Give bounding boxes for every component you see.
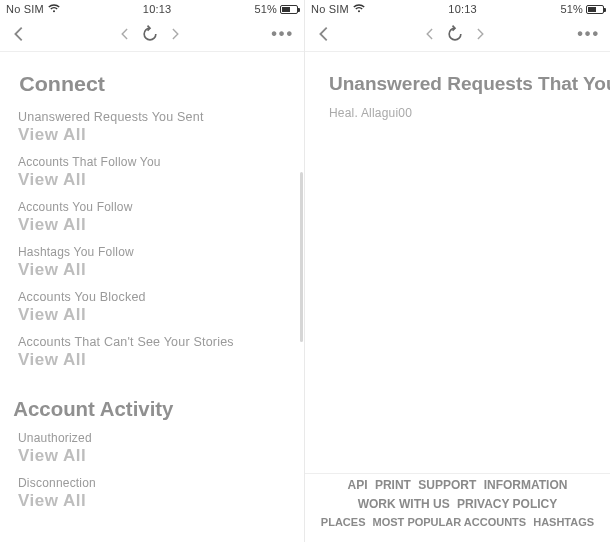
status-bar: No SIM 10:13 51% (0, 0, 304, 18)
view-all-link[interactable]: View All (18, 260, 290, 280)
footer-link[interactable]: API (348, 478, 368, 492)
more-icon[interactable]: ••• (271, 25, 294, 43)
reload-icon[interactable] (140, 24, 160, 44)
footer-link[interactable]: PLACES (321, 516, 366, 528)
view-all-link[interactable]: View All (18, 446, 290, 466)
list-item[interactable]: Disconnection View All (18, 476, 290, 511)
wifi-icon (353, 3, 365, 15)
footer-link[interactable]: MOST POPULAR ACCOUNTS (373, 516, 527, 528)
carrier-label: No SIM (311, 3, 349, 15)
row-label: Unauthorized (18, 431, 290, 445)
back-icon[interactable] (423, 27, 437, 41)
view-all-link[interactable]: View All (18, 170, 290, 190)
section-header-connect: Connect (19, 72, 292, 96)
forward-icon[interactable] (473, 27, 487, 41)
list-item[interactable]: Accounts That Can't See Your Stories Vie… (18, 335, 290, 370)
footer-link[interactable]: HASHTAGS (533, 516, 594, 528)
row-label: Hashtags You Follow (18, 245, 290, 259)
scrollbar[interactable] (300, 172, 303, 342)
footer-link[interactable]: SUPPORT (418, 478, 476, 492)
battery-percent: 51% (254, 3, 277, 15)
footer-link[interactable]: INFORMATION (484, 478, 568, 492)
connect-list: Unanswered Requests You Sent View All Ac… (14, 110, 290, 370)
footer-link[interactable]: PRIVACY POLICY (457, 497, 557, 511)
view-all-link[interactable]: View All (18, 350, 290, 370)
username-label[interactable]: Heal. Allagui00 (329, 106, 596, 120)
back-icon[interactable] (118, 27, 132, 41)
left-screen: No SIM 10:13 51% (0, 0, 305, 542)
list-item[interactable]: Unanswered Requests You Sent View All (18, 110, 290, 145)
list-item[interactable]: Accounts That Follow You View All (18, 155, 290, 190)
view-all-link[interactable]: View All (18, 305, 290, 325)
view-all-link[interactable]: View All (18, 125, 290, 145)
view-all-link[interactable]: View All (18, 491, 290, 511)
reload-icon[interactable] (445, 24, 465, 44)
detail-page-title: Unanswered Requests That You Sent (329, 72, 596, 96)
row-label: Accounts That Follow You (18, 155, 290, 169)
battery-icon (280, 5, 298, 14)
back-major-icon[interactable] (10, 25, 28, 43)
section-header-activity: Account Activity (13, 398, 292, 421)
row-label: Unanswered Requests You Sent (18, 110, 290, 124)
right-screen: No SIM 10:13 51% (305, 0, 610, 542)
row-label: Accounts That Can't See Your Stories (18, 335, 290, 349)
row-label: Accounts You Follow (18, 200, 290, 214)
footer-link[interactable]: PRINT (375, 478, 411, 492)
browser-nav: ••• (0, 18, 304, 52)
row-label: Accounts You Blocked (18, 290, 290, 304)
carrier-label: No SIM (6, 3, 44, 15)
wifi-icon (48, 3, 60, 15)
battery-icon (586, 5, 604, 14)
list-item[interactable]: Hashtags You Follow View All (18, 245, 290, 280)
clock: 10:13 (60, 3, 255, 15)
clock: 10:13 (365, 3, 561, 15)
status-bar: No SIM 10:13 51% (305, 0, 610, 18)
footer-link[interactable]: WORK WITH US (358, 497, 450, 511)
battery-percent: 51% (560, 3, 583, 15)
browser-nav: ••• (305, 18, 610, 52)
footer-links: API PRINT SUPPORT INFORMATION WORK WITH … (305, 472, 610, 532)
activity-list: Unauthorized View All Disconnection View… (14, 431, 290, 511)
list-item[interactable]: Accounts You Blocked View All (18, 290, 290, 325)
back-major-icon[interactable] (315, 25, 333, 43)
forward-icon[interactable] (168, 27, 182, 41)
more-icon[interactable]: ••• (577, 25, 600, 43)
view-all-link[interactable]: View All (18, 215, 290, 235)
row-label: Disconnection (18, 476, 290, 490)
list-item[interactable]: Unauthorized View All (18, 431, 290, 466)
list-item[interactable]: Accounts You Follow View All (18, 200, 290, 235)
